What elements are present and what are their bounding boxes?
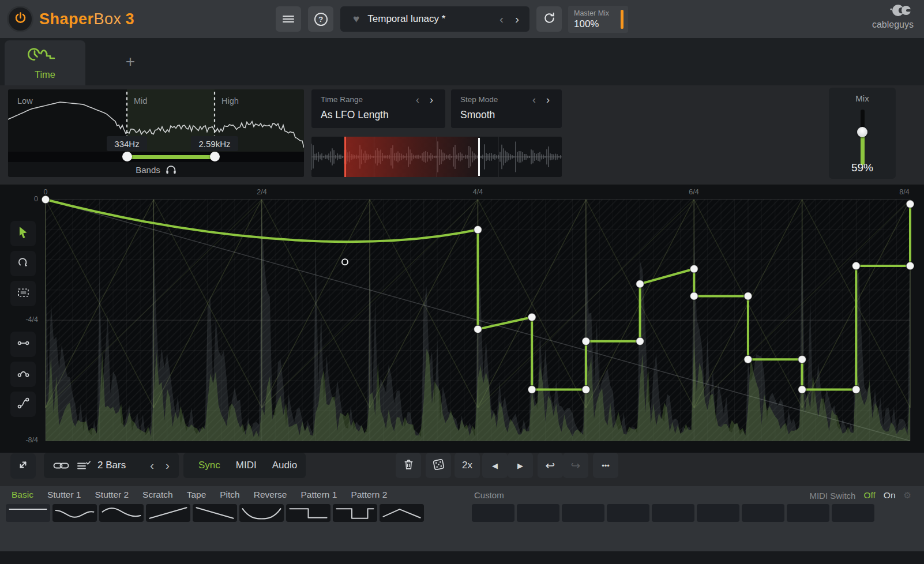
category-scratch[interactable]: Scratch: [142, 490, 173, 500]
custom-slot[interactable]: [472, 504, 514, 522]
wave-button-sine-peak[interactable]: [99, 504, 144, 522]
midi-switch-off[interactable]: Off: [863, 490, 875, 501]
lfo-curve-handle[interactable]: [342, 259, 348, 265]
lfo-point[interactable]: [906, 262, 914, 270]
mode-midi[interactable]: MIDI: [236, 460, 257, 471]
undo-button[interactable]: ↩: [538, 453, 563, 478]
lfo-point[interactable]: [798, 355, 806, 363]
crossover-freq-mid-high[interactable]: 2.59kHz: [191, 136, 238, 151]
band-label-low[interactable]: Low: [17, 96, 33, 106]
custom-slot[interactable]: [607, 504, 649, 522]
lfo-point[interactable]: [798, 386, 806, 394]
lfo-point[interactable]: [636, 337, 644, 345]
favorite-heart-icon[interactable]: ♥: [353, 13, 359, 25]
custom-slot[interactable]: [652, 504, 694, 522]
expand-button[interactable]: [10, 453, 36, 479]
add-shaper-button[interactable]: +: [114, 48, 147, 75]
lfo-point[interactable]: [744, 355, 752, 363]
menu-button[interactable]: [276, 6, 301, 32]
s-curve-tool-button[interactable]: [10, 392, 36, 417]
link-icon[interactable]: [53, 461, 69, 471]
crossover-freq-low-mid[interactable]: 334Hz: [107, 136, 147, 151]
category-reverse[interactable]: Reverse: [254, 490, 287, 500]
lfo-point[interactable]: [474, 325, 482, 333]
category-tape[interactable]: Tape: [187, 490, 206, 500]
custom-slot[interactable]: [697, 504, 739, 522]
category-stutter-2[interactable]: Stutter 2: [95, 490, 129, 500]
lfo-point[interactable]: [528, 313, 536, 321]
step-mode-prev-button[interactable]: ‹: [527, 94, 541, 106]
midi-switch-on[interactable]: On: [884, 490, 896, 501]
lfo-point[interactable]: [906, 200, 914, 208]
category-stutter-1[interactable]: Stutter 1: [47, 490, 81, 500]
retrigger-button[interactable]: [536, 6, 562, 32]
mode-sync[interactable]: Sync: [198, 460, 220, 471]
lfo-point[interactable]: [744, 292, 752, 300]
custom-slot[interactable]: [517, 504, 559, 522]
line-tool-button[interactable]: [10, 332, 36, 357]
tab-time[interactable]: Time: [5, 40, 85, 85]
marquee-tool-button[interactable]: [10, 281, 36, 306]
double-button[interactable]: 2x: [455, 453, 480, 478]
audio-preview-strip[interactable]: [311, 137, 562, 177]
time-range-prev-button[interactable]: ‹: [411, 94, 425, 106]
length-prev-button[interactable]: ‹: [144, 458, 160, 472]
band-handle-right[interactable]: [210, 152, 220, 161]
lfo-point[interactable]: [582, 337, 590, 345]
time-range-panel[interactable]: Time Range As LFO Length ‹›: [311, 89, 445, 128]
preset-next-button[interactable]: ›: [509, 12, 525, 26]
clear-button[interactable]: [396, 453, 421, 478]
lfo-length-panel[interactable]: 2 Bars ‹ ›: [44, 453, 179, 478]
custom-slot[interactable]: [787, 504, 829, 522]
lfo-point[interactable]: [690, 265, 698, 273]
lfo-point[interactable]: [636, 280, 644, 288]
band-handle-left[interactable]: [122, 152, 132, 161]
lfo-point[interactable]: [582, 386, 590, 394]
lfo-point[interactable]: [852, 386, 860, 394]
lfo-point[interactable]: [690, 292, 698, 300]
wave-button-flat[interactable]: [6, 504, 50, 522]
lfo-point[interactable]: [474, 225, 482, 234]
randomize-button[interactable]: [426, 453, 451, 478]
steps-icon[interactable]: [77, 460, 91, 471]
nudge-left-button[interactable]: ◀: [482, 453, 508, 478]
lfo-canvas[interactable]: [0, 185, 924, 453]
step-mode-panel[interactable]: Step Mode Smooth ‹›: [451, 89, 562, 128]
category-pattern-2[interactable]: Pattern 2: [351, 490, 387, 500]
band-panel[interactable]: Low Mid High 334Hz 2.59kHz Bands: [8, 89, 304, 177]
lfo-point[interactable]: [528, 386, 536, 394]
time-range-next-button[interactable]: ›: [425, 94, 438, 106]
mode-audio[interactable]: Audio: [272, 460, 297, 471]
headphones-icon[interactable]: [166, 165, 176, 174]
category-pattern-1[interactable]: Pattern 1: [301, 490, 337, 500]
custom-slot[interactable]: [742, 504, 784, 522]
redo-button[interactable]: ↪: [563, 453, 588, 478]
select-tool-button[interactable]: [10, 221, 36, 246]
length-next-button[interactable]: ›: [160, 458, 175, 472]
midi-settings-gear-icon[interactable]: ⚙: [904, 490, 911, 501]
more-button[interactable]: •••: [593, 453, 618, 478]
custom-slot[interactable]: [562, 504, 604, 522]
curve-tool-button[interactable]: [10, 362, 36, 387]
wave-button-ramp-up[interactable]: [146, 504, 190, 522]
category-pitch[interactable]: Pitch: [220, 490, 239, 500]
nudge-right-button[interactable]: ▶: [508, 453, 533, 478]
band-label-high[interactable]: High: [221, 96, 239, 106]
power-button[interactable]: [7, 6, 33, 32]
band-range-fill[interactable]: [127, 155, 215, 159]
wave-button-sine-valley[interactable]: [52, 504, 97, 522]
wave-button-triangle[interactable]: [380, 504, 424, 522]
lfo-point[interactable]: [852, 262, 860, 270]
lfo-point[interactable]: [42, 195, 50, 204]
custom-slot[interactable]: [832, 504, 874, 522]
wave-button-square-pulse[interactable]: [333, 504, 377, 522]
mix-slider-knob[interactable]: [857, 127, 867, 137]
lfo-editor[interactable]: 02/44/46/48/4 0-4/4-8/4: [0, 185, 924, 453]
preset-prev-button[interactable]: ‹: [494, 12, 509, 26]
snap-tool-button[interactable]: [10, 251, 36, 276]
preset-selector[interactable]: ♥ Temporal lunacy * ‹ ›: [340, 6, 529, 32]
master-mix-control[interactable]: Master Mix 100%: [568, 6, 628, 33]
step-mode-next-button[interactable]: ›: [541, 94, 555, 106]
wave-button-step-down[interactable]: [286, 504, 330, 522]
band-label-mid[interactable]: Mid: [134, 96, 147, 106]
